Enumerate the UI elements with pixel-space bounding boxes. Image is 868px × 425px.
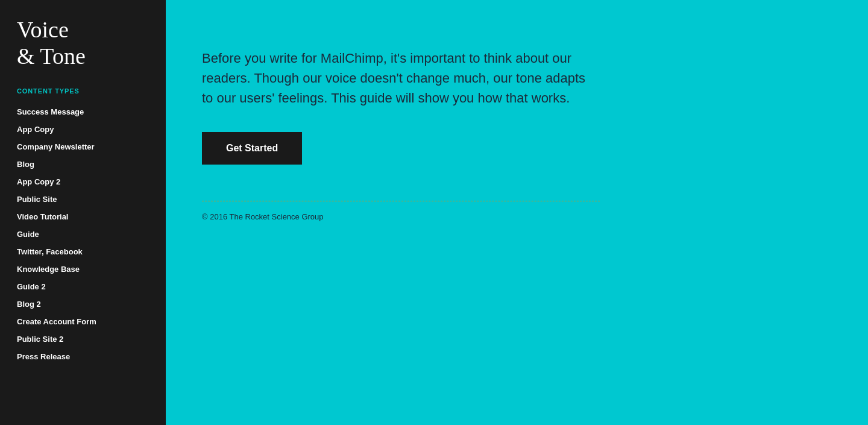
logo: Voice& Tone [17, 17, 149, 69]
nav-link-press-release[interactable]: Press Release [0, 348, 166, 365]
nav-link-success-message[interactable]: Success Message [0, 103, 166, 121]
nav-item-blog-2: Blog 2 [0, 295, 166, 313]
nav-item-app-copy: App Copy [0, 121, 166, 138]
nav-item-video-tutorial: Video Tutorial [0, 208, 166, 225]
nav-list: Success MessageApp CopyCompany Newslette… [0, 103, 166, 377]
nav-link-create-account-form[interactable]: Create Account Form [0, 313, 166, 330]
nav-item-app-copy-2: App Copy 2 [0, 173, 166, 190]
nav-link-public-site-2[interactable]: Public Site 2 [0, 330, 166, 348]
content-body: Before you write for MailChimp, it's imp… [166, 0, 636, 246]
nav-link-guide[interactable]: Guide [0, 225, 166, 243]
nav-item-twitter-facebook: Twitter, Facebook [0, 243, 166, 260]
nav-item-success-message: Success Message [0, 103, 166, 121]
nav-item-guide: Guide [0, 225, 166, 243]
nav-link-app-copy-2[interactable]: App Copy 2 [0, 173, 166, 190]
nav-link-blog[interactable]: Blog [0, 156, 166, 173]
nav-item-guide-2: Guide 2 [0, 278, 166, 295]
nav-item-company-newsletter: Company Newsletter [0, 138, 166, 156]
nav-link-blog-2[interactable]: Blog 2 [0, 295, 166, 313]
nav-item-public-site-2: Public Site 2 [0, 330, 166, 348]
nav-link-video-tutorial[interactable]: Video Tutorial [0, 208, 166, 225]
footer-divider [202, 201, 600, 201]
nav-link-twitter-facebook[interactable]: Twitter, Facebook [0, 243, 166, 260]
nav-link-guide-2[interactable]: Guide 2 [0, 278, 166, 295]
nav-item-press-release: Press Release [0, 348, 166, 365]
footer-copyright: © 2016 The Rocket Science Group [202, 212, 324, 221]
nav-item-public-site: Public Site [0, 190, 166, 208]
nav-link-public-site[interactable]: Public Site [0, 190, 166, 208]
main-content: Before you write for MailChimp, it's imp… [166, 0, 868, 425]
get-started-button[interactable]: Get Started [202, 132, 302, 165]
content-types-label: CONTENT TYPES [0, 87, 166, 103]
nav-item-blog: Blog [0, 156, 166, 173]
nav-link-company-newsletter[interactable]: Company Newsletter [0, 138, 166, 156]
nav-link-app-copy[interactable]: App Copy [0, 121, 166, 138]
logo-area: Voice& Tone [0, 0, 166, 87]
nav-item-create-account-form: Create Account Form [0, 313, 166, 330]
nav-item-knowledge-base: Knowledge Base [0, 260, 166, 278]
intro-paragraph: Before you write for MailChimp, it's imp… [202, 48, 600, 108]
nav-link-knowledge-base[interactable]: Knowledge Base [0, 260, 166, 278]
sidebar: Voice& Tone CONTENT TYPES Success Messag… [0, 0, 166, 425]
